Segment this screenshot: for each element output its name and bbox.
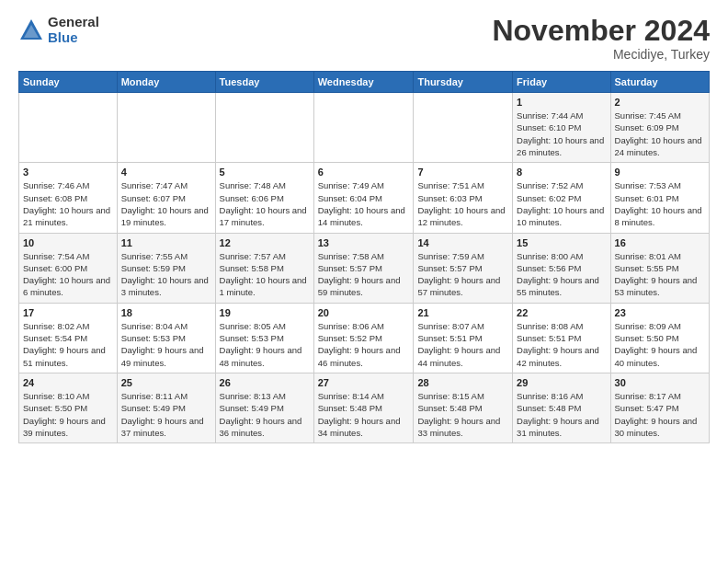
calendar-cell: 30Sunrise: 8:17 AM Sunset: 5:47 PM Dayli… <box>610 373 709 442</box>
day-number: 10 <box>23 237 113 248</box>
calendar-cell <box>117 93 215 163</box>
calendar-cell <box>414 93 513 163</box>
title-block: November 2024 Mecidiye, Turkey <box>492 15 710 62</box>
header: General Blue November 2024 Mecidiye, Tur… <box>18 15 710 62</box>
day-number: 14 <box>417 237 508 248</box>
day-info: Sunrise: 7:46 AM Sunset: 6:08 PM Dayligh… <box>23 179 113 228</box>
col-header-thursday: Thursday <box>414 72 513 93</box>
calendar-cell: 27Sunrise: 8:14 AM Sunset: 5:48 PM Dayli… <box>313 373 414 442</box>
col-header-saturday: Saturday <box>610 72 709 93</box>
day-info: Sunrise: 7:51 AM Sunset: 6:03 PM Dayligh… <box>417 179 508 228</box>
day-number: 22 <box>517 307 606 318</box>
day-info: Sunrise: 7:49 AM Sunset: 6:04 PM Dayligh… <box>318 179 410 228</box>
calendar-cell: 14Sunrise: 7:59 AM Sunset: 5:57 PM Dayli… <box>414 233 513 303</box>
page: General Blue November 2024 Mecidiye, Tur… <box>0 0 728 563</box>
day-info: Sunrise: 7:45 AM Sunset: 6:09 PM Dayligh… <box>615 109 705 158</box>
calendar-row: 1Sunrise: 7:44 AM Sunset: 6:10 PM Daylig… <box>19 93 710 163</box>
calendar-cell: 12Sunrise: 7:57 AM Sunset: 5:58 PM Dayli… <box>215 233 313 303</box>
calendar-cell <box>215 93 313 163</box>
calendar-cell: 10Sunrise: 7:54 AM Sunset: 6:00 PM Dayli… <box>19 233 118 303</box>
day-number: 9 <box>615 167 705 178</box>
day-info: Sunrise: 8:07 AM Sunset: 5:51 PM Dayligh… <box>417 320 508 369</box>
logo: General Blue <box>18 15 99 45</box>
location: Mecidiye, Turkey <box>492 47 710 62</box>
calendar-cell: 7Sunrise: 7:51 AM Sunset: 6:03 PM Daylig… <box>414 163 513 233</box>
day-number: 3 <box>23 167 113 178</box>
calendar-cell: 4Sunrise: 7:47 AM Sunset: 6:07 PM Daylig… <box>117 163 215 233</box>
day-info: Sunrise: 7:53 AM Sunset: 6:01 PM Dayligh… <box>615 179 705 228</box>
calendar-cell: 29Sunrise: 8:16 AM Sunset: 5:48 PM Dayli… <box>513 373 610 442</box>
month-title: November 2024 <box>492 15 710 47</box>
col-header-tuesday: Tuesday <box>215 72 313 93</box>
day-number: 24 <box>23 377 113 388</box>
col-header-wednesday: Wednesday <box>313 72 414 93</box>
calendar-row: 17Sunrise: 8:02 AM Sunset: 5:54 PM Dayli… <box>19 303 710 373</box>
logo-general: General <box>48 15 99 30</box>
calendar-cell: 24Sunrise: 8:10 AM Sunset: 5:50 PM Dayli… <box>19 373 118 442</box>
col-header-monday: Monday <box>117 72 215 93</box>
day-info: Sunrise: 8:08 AM Sunset: 5:51 PM Dayligh… <box>517 320 606 369</box>
day-info: Sunrise: 8:15 AM Sunset: 5:48 PM Dayligh… <box>417 390 508 439</box>
day-number: 19 <box>220 307 310 318</box>
day-number: 25 <box>121 377 211 388</box>
calendar-cell: 3Sunrise: 7:46 AM Sunset: 6:08 PM Daylig… <box>19 163 118 233</box>
header-row: SundayMondayTuesdayWednesdayThursdayFrid… <box>19 72 710 93</box>
calendar-cell: 23Sunrise: 8:09 AM Sunset: 5:50 PM Dayli… <box>610 303 709 373</box>
calendar-cell: 22Sunrise: 8:08 AM Sunset: 5:51 PM Dayli… <box>513 303 610 373</box>
calendar-cell: 26Sunrise: 8:13 AM Sunset: 5:49 PM Dayli… <box>215 373 313 442</box>
calendar-cell <box>313 93 414 163</box>
day-info: Sunrise: 7:57 AM Sunset: 5:58 PM Dayligh… <box>220 250 310 299</box>
calendar-cell: 11Sunrise: 7:55 AM Sunset: 5:59 PM Dayli… <box>117 233 215 303</box>
day-number: 2 <box>615 97 705 108</box>
day-number: 21 <box>417 307 508 318</box>
day-number: 11 <box>121 237 211 248</box>
logo-blue: Blue <box>48 30 99 46</box>
calendar-cell: 8Sunrise: 7:52 AM Sunset: 6:02 PM Daylig… <box>513 163 610 233</box>
day-info: Sunrise: 7:44 AM Sunset: 6:10 PM Dayligh… <box>517 109 606 158</box>
day-info: Sunrise: 8:01 AM Sunset: 5:55 PM Dayligh… <box>615 250 705 299</box>
day-info: Sunrise: 8:16 AM Sunset: 5:48 PM Dayligh… <box>517 390 606 439</box>
calendar-cell: 18Sunrise: 8:04 AM Sunset: 5:53 PM Dayli… <box>117 303 215 373</box>
day-info: Sunrise: 7:58 AM Sunset: 5:57 PM Dayligh… <box>318 250 410 299</box>
day-number: 16 <box>615 237 705 248</box>
day-number: 20 <box>318 307 410 318</box>
day-info: Sunrise: 8:04 AM Sunset: 5:53 PM Dayligh… <box>121 320 211 369</box>
calendar-cell: 19Sunrise: 8:05 AM Sunset: 5:53 PM Dayli… <box>215 303 313 373</box>
day-number: 4 <box>121 167 211 178</box>
day-info: Sunrise: 7:54 AM Sunset: 6:00 PM Dayligh… <box>23 250 113 299</box>
day-number: 18 <box>121 307 211 318</box>
day-number: 27 <box>318 377 410 388</box>
calendar-cell: 28Sunrise: 8:15 AM Sunset: 5:48 PM Dayli… <box>414 373 513 442</box>
calendar-cell: 13Sunrise: 7:58 AM Sunset: 5:57 PM Dayli… <box>313 233 414 303</box>
calendar-cell: 25Sunrise: 8:11 AM Sunset: 5:49 PM Dayli… <box>117 373 215 442</box>
day-info: Sunrise: 8:02 AM Sunset: 5:54 PM Dayligh… <box>23 320 113 369</box>
calendar-row: 24Sunrise: 8:10 AM Sunset: 5:50 PM Dayli… <box>19 373 710 442</box>
day-number: 17 <box>23 307 113 318</box>
day-info: Sunrise: 8:10 AM Sunset: 5:50 PM Dayligh… <box>23 390 113 439</box>
day-number: 15 <box>517 237 606 248</box>
calendar-row: 10Sunrise: 7:54 AM Sunset: 6:00 PM Dayli… <box>19 233 710 303</box>
calendar-body: 1Sunrise: 7:44 AM Sunset: 6:10 PM Daylig… <box>19 93 710 443</box>
day-number: 7 <box>417 167 508 178</box>
day-info: Sunrise: 7:59 AM Sunset: 5:57 PM Dayligh… <box>417 250 508 299</box>
day-info: Sunrise: 8:00 AM Sunset: 5:56 PM Dayligh… <box>517 250 606 299</box>
day-number: 6 <box>318 167 410 178</box>
calendar-cell: 2Sunrise: 7:45 AM Sunset: 6:09 PM Daylig… <box>610 93 709 163</box>
day-info: Sunrise: 8:11 AM Sunset: 5:49 PM Dayligh… <box>121 390 211 439</box>
day-info: Sunrise: 8:06 AM Sunset: 5:52 PM Dayligh… <box>318 320 410 369</box>
calendar-cell <box>19 93 118 163</box>
day-number: 30 <box>615 377 705 388</box>
day-number: 12 <box>220 237 310 248</box>
col-header-sunday: Sunday <box>19 72 118 93</box>
day-number: 13 <box>318 237 410 248</box>
day-number: 1 <box>517 97 606 108</box>
logo-text: General Blue <box>48 15 99 45</box>
day-info: Sunrise: 8:14 AM Sunset: 5:48 PM Dayligh… <box>318 390 410 439</box>
calendar-cell: 17Sunrise: 8:02 AM Sunset: 5:54 PM Dayli… <box>19 303 118 373</box>
day-info: Sunrise: 7:55 AM Sunset: 5:59 PM Dayligh… <box>121 250 211 299</box>
calendar-cell: 20Sunrise: 8:06 AM Sunset: 5:52 PM Dayli… <box>313 303 414 373</box>
day-number: 26 <box>220 377 310 388</box>
calendar-cell: 21Sunrise: 8:07 AM Sunset: 5:51 PM Dayli… <box>414 303 513 373</box>
day-info: Sunrise: 8:17 AM Sunset: 5:47 PM Dayligh… <box>615 390 705 439</box>
calendar-cell: 16Sunrise: 8:01 AM Sunset: 5:55 PM Dayli… <box>610 233 709 303</box>
